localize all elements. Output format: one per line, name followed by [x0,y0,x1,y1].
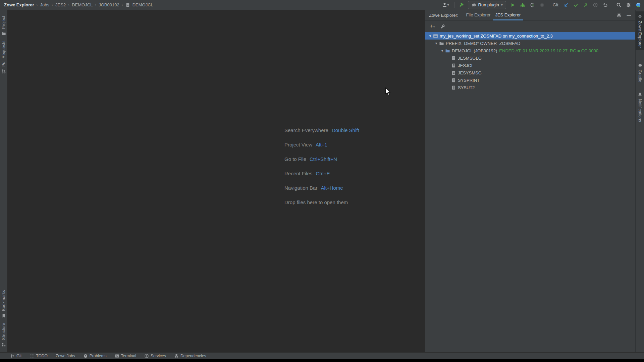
jes-tree: ▾my_jes_working_set ZOSMFAD on my_connec… [425,32,635,91]
tree-row[interactable]: ▾PREFIX=DEMO* OWNER=ZOSMFAD [425,40,635,47]
edit-working-set-button[interactable] [440,24,445,29]
sidebar-item-label: Zowe Explorer [638,21,642,48]
panel-hide-button[interactable]: — [626,12,632,18]
stop-button[interactable] [539,2,545,8]
statusbar-item-label: Problems [90,354,107,358]
structure-icon [1,342,6,347]
tool-window-title: Zowe Explorer: [429,13,458,18]
tab-jes-explorer[interactable]: JES Explorer [493,10,523,20]
breadcrumb-item[interactable]: DEMOJCL [132,2,153,7]
job-status-text: ENDED AT: 01 MAR 2023 19.10.27. RC = CC … [499,48,598,53]
tree-row[interactable]: ▾DEMOJCL (JOB00192)ENDED AT: 01 MAR 2023… [425,47,635,54]
sidebar-item-notifications[interactable]: Notifications [636,89,644,124]
gradle-icon [638,63,642,68]
tab-file-explorer[interactable]: File Explorer [464,10,493,20]
shortcut-action-label: Go to File [284,156,306,162]
sidebar-item-label: Structure [1,323,6,340]
tree-row[interactable]: JESJCL [425,62,635,69]
shortcut-keys: Ctrl+E [316,171,330,176]
folder-blue-icon [445,48,450,53]
breadcrumb-item[interactable]: Jobs [40,2,49,7]
build-button[interactable] [458,2,464,8]
bell-icon [638,92,642,97]
status-bar: GitTODOZowe JobsProblemsTerminalServices… [0,352,644,359]
chevron-down-icon[interactable]: ▾ [439,49,445,53]
chevron-down-icon[interactable]: ▾ [433,41,439,46]
tree-node-label: SYSUT2 [458,85,475,90]
breadcrumb-item[interactable]: JOB00192 [99,2,119,7]
left-tool-window-stripe: ProjectPull RequestsBookmarksStructure [0,10,7,352]
sidebar-item-structure[interactable]: Structure [0,320,7,349]
tree-node-label: JESMSGLG [458,56,482,61]
statusbar-item-dependencies[interactable]: Dependencies [174,354,206,359]
sidebar-item-project[interactable]: Project [0,13,7,38]
breadcrumb-item[interactable]: Zowe Explorer [4,2,34,7]
sidebar-item-label: Gradle [638,70,642,82]
run-with-coverage-button[interactable] [529,2,535,8]
search-everywhere-button[interactable] [616,2,622,8]
statusbar-item-label: TODO [36,354,47,358]
git-update-button[interactable] [563,2,569,8]
sidebar-item-pull-requests[interactable]: Pull Requests [0,38,7,76]
debug-button[interactable] [520,2,526,8]
statusbar-item-label: Git [16,354,21,358]
git-push-button[interactable] [583,2,589,8]
tree-node-label: DEMOJCL (JOB00192) [452,48,497,53]
shortcut-action-label: Search Everywhere [284,127,328,133]
tree-row[interactable]: JESYSMSG [425,69,635,76]
file-icon [451,63,456,68]
run-configuration-dropdown[interactable]: Run plugin▾ [468,1,506,9]
shortcut-keys: Ctrl+Shift+N [310,156,337,162]
statusbar-item-todo[interactable]: TODO [30,354,47,359]
branch-icon [10,354,15,359]
editor-area[interactable]: Search EverywhereDouble ShiftProject Vie… [7,10,425,352]
bottom-black-strip [0,359,644,362]
code-with-me-button[interactable] [635,2,641,8]
settings-button[interactable] [626,2,632,8]
breadcrumb-item[interactable]: DEMOJCL [72,2,93,7]
tool-window-toolbar: +▾ [425,21,635,32]
deps-icon [174,354,179,359]
shortcut-hint-row: Navigation BarAlt+Home [284,181,359,195]
git-history-button[interactable] [592,2,598,8]
tree-row[interactable]: SYSPRINT [425,76,635,84]
statusbar-item-terminal[interactable]: Terminal [115,354,136,359]
right-tool-window-stripe: ZZowe ExplorerGradleNotifications [635,10,644,352]
chevron-down-icon: ▾ [501,3,503,7]
tree-node-label: PREFIX=DEMO* OWNER=ZOSMFAD [446,41,520,46]
tool-window-tabs: File ExplorerJES Explorer [464,10,523,20]
services-icon [144,354,149,359]
add-working-set-button[interactable]: +▾ [430,24,435,28]
tree-row[interactable]: SYSUT2 [425,84,635,91]
toolbar-separator [454,2,454,8]
statusbar-item-label: Dependencies [180,354,206,358]
file-icon [125,2,130,8]
shortcut-hint-row: Go to FileCtrl+Shift+N [284,152,359,166]
statusbar-item-services[interactable]: Services [144,354,166,359]
pull-request-icon [1,69,6,74]
sidebar-item-gradle[interactable]: Gradle [636,60,644,85]
plus-icon: + [430,24,433,28]
breadcrumb-item[interactable]: JES2 [55,2,66,7]
statusbar-item-problems[interactable]: Problems [83,354,107,359]
user-menu-button[interactable]: ▾ [440,2,450,8]
statusbar-item-git[interactable]: Git [10,354,21,359]
chevron-down-icon[interactable]: ▾ [427,34,433,38]
tree-row[interactable]: JESMSGLG [425,54,635,62]
problem-icon [83,354,88,359]
sidebar-item-bookmarks[interactable]: Bookmarks [0,288,7,320]
breadcrumb-separator: › [37,3,38,7]
editor-empty-hints: Search EverywhereDouble ShiftProject Vie… [284,123,359,209]
git-commit-button[interactable] [573,2,579,8]
run-button[interactable] [510,2,516,8]
statusbar-item-label: Zowe Jobs [56,354,75,358]
sidebar-item-zowe-explorer[interactable]: ZZowe Explorer [636,11,644,50]
statusbar-item-zowe-jobs[interactable]: Zowe Jobs [56,354,75,358]
tree-node-label: my_jes_working_set ZOSMFAD on my_connect… [440,34,553,39]
drop-files-hint: Drop files here to open them [284,195,359,209]
panel-settings-button[interactable] [616,12,622,18]
todo-icon [30,354,34,359]
git-rollback-button[interactable] [602,2,608,8]
working-set-icon [433,33,438,39]
tree-row[interactable]: ▾my_jes_working_set ZOSMFAD on my_connec… [425,32,635,40]
